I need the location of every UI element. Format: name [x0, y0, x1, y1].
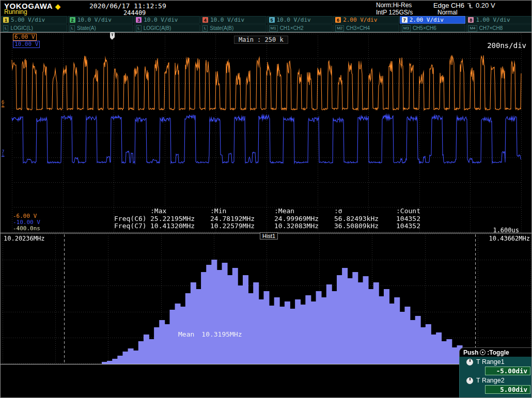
measure-row2-max: 10.41320MHz — [150, 222, 210, 230]
logic-label-3: LOGIC(A|B) — [144, 25, 171, 31]
channel-cell-5[interactable]: 510.0 V/div — [267, 16, 333, 24]
measurement-table: :Max :Min :Mean :σ :Count Freq(C6) 25.22… — [114, 208, 433, 230]
knob-2-icon — [466, 377, 473, 384]
channel-7-scale: 2.00 V/div — [410, 17, 444, 23]
brand-diamond-icon: ◆ — [55, 3, 61, 10]
math-label-3: CH5×CH6 — [413, 25, 436, 31]
trigger-level-label: 0.20 V — [476, 2, 495, 9]
channel-cell-3[interactable]: 310.0 V/div — [134, 16, 200, 24]
wave-left-marker-2[interactable]: 7 ╧ — [2, 150, 4, 159]
ch6-top-level: 6.00 V — [13, 34, 37, 41]
timebase-readout: 200ns/div — [487, 41, 526, 50]
logic-math-cell-7[interactable]: M3CH5×CH6 — [400, 24, 466, 32]
measure-row1-mean: 24.99969MHz — [274, 215, 334, 223]
logic-math-cell-8[interactable]: M4CH7×CH8 — [466, 24, 532, 32]
channel-2-scale: 10.0 V/div — [77, 17, 112, 23]
toggle-label: :Toggle — [487, 349, 509, 356]
channel-4-scale: 10.0 V/div — [210, 17, 244, 23]
channel-8-badge: 8 — [468, 17, 474, 23]
trigger-info: Edge CH6 0.20 V — [433, 2, 495, 9]
measure-header-blank — [114, 208, 150, 215]
logic-badge-4: L — [202, 25, 208, 31]
t-range1-label: T Range1 — [476, 358, 505, 365]
trigger-source-label: Edge CH6 — [433, 2, 464, 9]
measure-header-count: :Count — [396, 208, 433, 215]
histogram-section: Hist1 10.20236MHz 10.43662MHz Mean10.319… — [1, 233, 532, 364]
t-range1-value[interactable]: -5.00div — [485, 367, 530, 375]
main-waveform-canvas[interactable] — [1, 33, 532, 233]
logic-math-cell-1[interactable]: LLOGIC(L) — [1, 24, 67, 32]
logic-math-cell-3[interactable]: LLOGIC(A|B) — [134, 24, 200, 32]
measure-row2-mean: 10.32083MHz — [274, 222, 334, 230]
acquisition-mode-block: Norm:Hi-Res IntP 125GS/s — [376, 2, 413, 16]
measure-row2-count: 104352 — [396, 222, 433, 230]
math-badge-1: M1 — [269, 25, 278, 31]
histogram-mean-label: Mean — [178, 330, 194, 338]
ch6-ground-icon: ╧ — [2, 105, 4, 109]
channel-1-badge: 1 — [3, 17, 9, 23]
histogram-range-left: 10.20236MHz — [4, 235, 44, 242]
popup-body: T Range1 -5.00div T Range2 5.00div — [459, 357, 532, 398]
math-label-1: CH1×CH2 — [280, 25, 304, 31]
channel-cell-1[interactable]: 15.00 V/div — [1, 16, 67, 24]
logic-badge-1: L — [3, 25, 8, 31]
acquisition-status: Running — [4, 8, 27, 15]
trigger-position-marker[interactable]: T — [110, 33, 115, 38]
histogram-canvas[interactable] — [1, 233, 532, 364]
record-mode-label: Norm:Hi-Res — [376, 2, 413, 9]
popup-header: Push :Toggle — [459, 347, 532, 357]
measure-header-mean: :Mean — [274, 208, 334, 215]
ch7-top-level: 10.00 V — [13, 41, 40, 48]
channel-cell-4[interactable]: 410.0 V/div — [200, 16, 267, 24]
logic-math-cell-4[interactable]: LState(A|B) — [200, 24, 267, 32]
measure-row1-max: 25.22195MHz — [150, 215, 210, 223]
channel-cell-7[interactable]: 72.00 V/div — [400, 16, 466, 24]
channel-cell-6[interactable]: 62.00 V/div — [333, 16, 399, 24]
t-range2-row: T Range2 — [461, 376, 530, 385]
logic-math-cell-6[interactable]: M2CH3×CH4 — [333, 24, 399, 32]
trigger-mode-label: Normal — [437, 9, 458, 16]
ch7-ground-icon: ╧ — [2, 154, 4, 159]
channel-4-badge: 4 — [202, 17, 208, 23]
histogram-mean-value: 10.3195MHz — [201, 330, 242, 338]
measure-row2-sigma: 36.50809kHz — [334, 222, 396, 230]
channel-5-scale: 10.0 V/div — [277, 17, 311, 23]
channel-cell-2[interactable]: 210.0 V/div — [68, 16, 134, 24]
logic-badge-2: L — [70, 25, 75, 31]
top-status-bar: YOKOGAWA◆ Running 2020/06/17 11:12:59 24… — [1, 1, 531, 16]
channel-7-badge: 7 — [402, 17, 408, 23]
measure-row2-min: 10.22579MHz — [210, 222, 274, 230]
measure-header-min: :Min — [210, 208, 274, 215]
histogram-range-right: 10.43662MHz — [489, 235, 530, 242]
math-badge-2: M2 — [335, 25, 344, 31]
measure-header-max: :Max — [150, 208, 210, 215]
logic-math-cell-2[interactable]: LState(A) — [68, 24, 134, 32]
channel-5-badge: 5 — [269, 17, 275, 23]
measure-row1-min: 24.78192MHz — [210, 215, 274, 223]
channel-3-scale: 10.0 V/div — [144, 17, 178, 23]
math-badge-4: M4 — [468, 25, 477, 31]
logic-math-cell-5[interactable]: M1CH1×CH2 — [267, 24, 333, 32]
channel-6-badge: 6 — [335, 17, 341, 23]
oscilloscope-screen: YOKOGAWA◆ Running 2020/06/17 11:12:59 24… — [0, 0, 532, 398]
measure-row1-name: Freq(C6) — [114, 215, 150, 223]
measure-row1-sigma: 56.82493kHz — [334, 215, 396, 223]
math-label-4: CH7×CH8 — [479, 25, 503, 31]
t-range1-row: T Range1 — [461, 358, 530, 366]
logic-label-2: State(A) — [77, 25, 96, 31]
main-record-length-label: Main : 250 k — [234, 36, 288, 44]
channel-8-scale: 1.00 V/div — [476, 17, 510, 23]
push-knob-icon — [480, 349, 486, 355]
histogram-title: Hist1 — [260, 232, 278, 240]
knob-1-icon — [466, 359, 473, 365]
wave-left-marker-1[interactable]: 6 ╧ — [2, 100, 4, 109]
time-right-readout: 1.600us — [493, 227, 519, 234]
t-range2-value[interactable]: 5.00div — [485, 385, 530, 394]
channel-bar: 15.00 V/div 210.0 V/div 310.0 V/div 410.… — [1, 16, 532, 33]
channel-cell-8[interactable]: 81.00 V/div — [466, 16, 532, 24]
acquisition-count: 244409 — [123, 9, 146, 17]
logic-badge-3: L — [136, 25, 141, 31]
logic-label-1: LOGIC(L) — [10, 25, 33, 31]
channel-6-scale: 2.00 V/div — [343, 17, 377, 23]
channel-2-badge: 2 — [70, 17, 75, 23]
